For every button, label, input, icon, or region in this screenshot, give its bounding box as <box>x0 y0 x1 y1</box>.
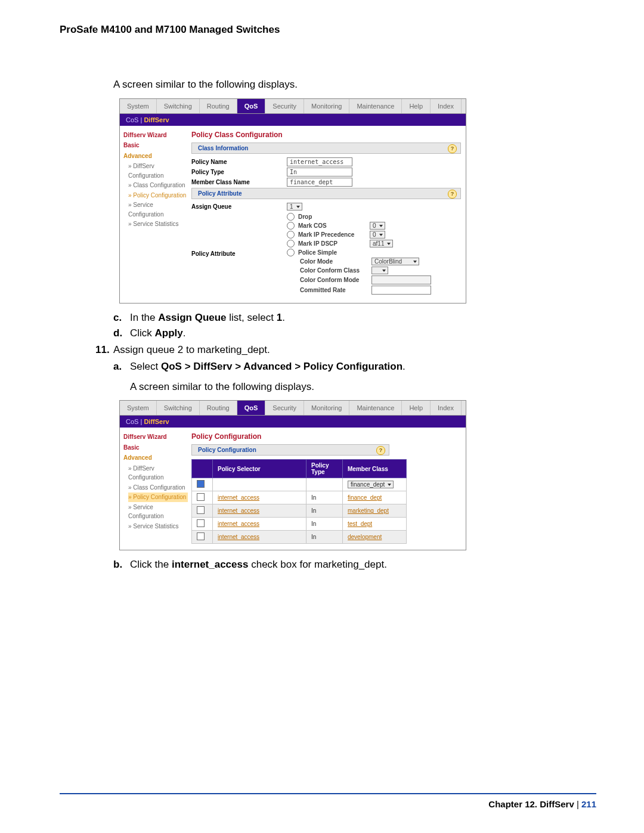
tab-monitoring[interactable]: Monitoring <box>304 99 349 113</box>
opt-drop: Drop <box>298 213 370 220</box>
assign-queue-label: Assign Queue <box>191 203 287 210</box>
help-icon[interactable]: ? <box>376 446 385 455</box>
policy-link[interactable]: internet_access <box>213 491 306 504</box>
tab-routing[interactable]: Routing <box>200 401 237 415</box>
radio-mark-cos[interactable] <box>287 222 295 230</box>
policy-type-label: Policy Type <box>191 169 287 175</box>
row-checkbox[interactable] <box>197 493 205 501</box>
tab-system[interactable]: System <box>120 401 157 415</box>
step-b: b.Click the internet_access check box fo… <box>113 559 596 571</box>
nav-stats[interactable]: » Service Statistics <box>128 219 188 229</box>
member-link[interactable]: development <box>343 531 407 544</box>
radio-drop[interactable] <box>287 213 295 221</box>
color-mode-select[interactable]: ColorBlind <box>371 258 419 265</box>
nav-policy-cfg[interactable]: » Policy Configuration <box>128 191 188 200</box>
assign-queue-select[interactable]: 1 <box>287 203 302 210</box>
step-c: c.In the Assign Queue list, select 1. <box>113 312 596 324</box>
tab-security[interactable]: Security <box>265 401 304 415</box>
mark-dscp-select[interactable]: af11 <box>370 240 393 247</box>
radio-mark-dscp[interactable] <box>287 240 295 247</box>
section-policy-attr: Policy Attribute? <box>191 188 461 199</box>
nav-wizard[interactable]: Diffserv Wizard <box>123 131 188 140</box>
member-link[interactable]: finance_dept <box>343 491 407 504</box>
member-link[interactable]: marketing_dept <box>343 504 407 518</box>
tab-switching[interactable]: Switching <box>157 99 200 113</box>
nav-policy-cfg[interactable]: » Policy Configuration <box>128 493 188 502</box>
row-checkbox[interactable] <box>197 506 205 514</box>
nav-diffserv-cfg[interactable]: » DiffServ Configuration <box>128 464 188 482</box>
member-link[interactable]: test_dept <box>343 518 407 531</box>
tab-help[interactable]: Help <box>402 99 431 113</box>
subtab-cos[interactable]: CoS <box>126 116 138 123</box>
tab-maintenance[interactable]: Maintenance <box>349 401 402 415</box>
tab-qos[interactable]: QoS <box>237 99 266 113</box>
nav-service-cfg[interactable]: » Service Configuration <box>128 503 188 521</box>
nav-basic[interactable]: Basic <box>123 141 188 150</box>
tab-system[interactable]: System <box>120 99 157 113</box>
color-conf-class-label: Color Conform Class <box>300 267 371 274</box>
member-class-dropdown[interactable]: finance_dept <box>348 481 394 488</box>
section-class-info: Class Information? <box>191 143 461 154</box>
committed-rate-label: Committed Rate <box>300 287 371 293</box>
tab-switching[interactable]: Switching <box>157 401 200 415</box>
tab-routing[interactable]: Routing <box>200 99 237 113</box>
nav-advanced[interactable]: Advanced <box>123 151 188 161</box>
nav-class-cfg[interactable]: » Class Configuration <box>128 181 188 190</box>
committed-rate-field[interactable] <box>371 286 431 295</box>
tab-index[interactable]: Index <box>431 401 462 415</box>
tab-qos[interactable]: QoS <box>237 401 266 415</box>
policy-table: Policy Selector Policy Type Member Class… <box>191 459 407 544</box>
main-tabs: System Switching Routing QoS Security Mo… <box>120 99 466 114</box>
nav-wizard[interactable]: Diffserv Wizard <box>123 432 188 442</box>
subtab-cos[interactable]: CoS <box>126 418 138 425</box>
mark-cos-select[interactable]: 0 <box>370 222 385 230</box>
main-tabs-2: System Switching Routing QoS Security Mo… <box>120 401 466 416</box>
policy-link[interactable]: internet_access <box>213 504 306 518</box>
intro-text-2: A screen similar to the following displa… <box>130 380 596 395</box>
policy-type-field[interactable]: In <box>287 168 352 176</box>
nav-advanced[interactable]: Advanced <box>123 453 188 463</box>
color-conf-class-select[interactable] <box>371 267 388 274</box>
tab-monitoring[interactable]: Monitoring <box>304 401 349 415</box>
member-class-field[interactable]: finance_dept <box>287 178 352 187</box>
radio-police[interactable] <box>287 249 295 256</box>
color-conf-mode-label: Color Conform Mode <box>300 277 371 283</box>
tab-help[interactable]: Help <box>402 401 431 415</box>
sub-tab-bar: CoS | DiffServ <box>120 114 466 126</box>
footer-chapter: Chapter 12. DiffServ <box>488 799 574 809</box>
step-d: d.Click Apply. <box>113 327 596 339</box>
member-class-label: Member Class Name <box>191 179 287 185</box>
radio-mark-ippr[interactable] <box>287 231 295 239</box>
row-checkbox[interactable] <box>197 519 205 527</box>
subtab-diffserv[interactable]: DiffServ <box>144 418 169 425</box>
nav-stats[interactable]: » Service Statistics <box>128 522 188 531</box>
mark-ippr-select[interactable]: 0 <box>370 231 385 239</box>
nav-class-cfg[interactable]: » Class Configuration <box>128 483 188 493</box>
cell-type: In <box>306 518 343 531</box>
footer-sep: | <box>574 799 581 809</box>
color-mode-label: Color Mode <box>300 258 371 265</box>
policy-link[interactable]: internet_access <box>213 518 306 531</box>
policy-name-field[interactable]: internet_access <box>287 157 352 166</box>
row-checkbox[interactable] <box>197 532 205 540</box>
screenshot-1: System Switching Routing QoS Security Mo… <box>119 98 466 304</box>
nav-service-cfg[interactable]: » Service Configuration <box>128 200 188 219</box>
help-icon[interactable]: ? <box>448 190 457 199</box>
policy-link[interactable]: internet_access <box>213 531 306 544</box>
intro-text-1: A screen similar to the following displa… <box>113 78 596 92</box>
policy-name-label: Policy Name <box>191 159 287 165</box>
screenshot-2: System Switching Routing QoS Security Mo… <box>119 400 466 550</box>
help-icon[interactable]: ? <box>448 144 457 153</box>
tab-maintenance[interactable]: Maintenance <box>349 99 402 113</box>
footer-page-number: 211 <box>581 799 596 809</box>
subtab-diffserv[interactable]: DiffServ <box>144 116 169 123</box>
col-policy-selector: Policy Selector <box>213 460 306 478</box>
select-all-checkbox[interactable] <box>197 480 205 488</box>
color-conf-mode-field[interactable] <box>371 275 431 284</box>
tab-security[interactable]: Security <box>265 99 304 113</box>
nav-diffserv-cfg[interactable]: » DiffServ Configuration <box>128 162 188 180</box>
left-nav: Diffserv Wizard Basic Advanced » DiffSer… <box>120 126 191 303</box>
tab-index[interactable]: Index <box>431 99 462 113</box>
nav-basic[interactable]: Basic <box>123 443 188 453</box>
panel-title-2: Policy Configuration <box>191 432 461 441</box>
